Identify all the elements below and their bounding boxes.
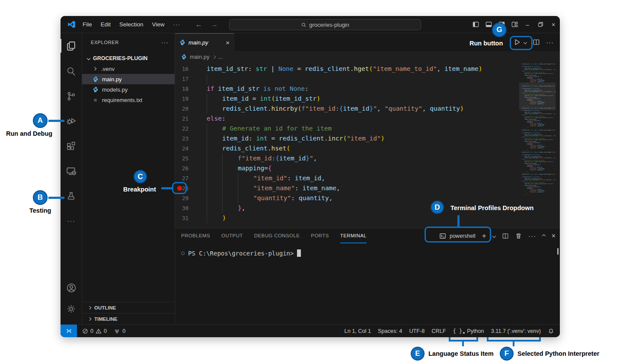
remote-icon <box>66 328 72 334</box>
problems-status[interactable]: 0 0 <box>79 328 110 334</box>
notifications-bell[interactable] <box>544 328 560 334</box>
indentation-status[interactable]: Spaces: 4 <box>374 328 406 334</box>
activity-extensions-button[interactable] <box>61 134 82 159</box>
minimap-slider[interactable] <box>519 83 556 110</box>
code-area[interactable]: 16item_id_str: str | None = redis_client… <box>175 64 517 228</box>
activity-search-button[interactable] <box>61 58 82 83</box>
code-line[interactable]: 17 <box>175 74 517 84</box>
close-panel-icon[interactable]: × <box>552 232 556 240</box>
annotation-box-breakpoint <box>172 182 187 194</box>
file-row-main-py[interactable]: main.py <box>82 74 175 84</box>
nav-forward-icon[interactable]: → <box>211 16 218 33</box>
breadcrumb[interactable]: main.py ... <box>175 51 560 63</box>
code-editor[interactable]: 16item_id_str: str | None = redis_client… <box>175 63 560 228</box>
tab-main-py[interactable]: main.py × <box>175 33 234 51</box>
code-line[interactable]: 22# Generate an id for the item <box>175 124 517 134</box>
activity-more-icon[interactable]: ··· <box>61 209 82 234</box>
tab-ports[interactable]: PORTS <box>311 228 329 243</box>
code-line[interactable]: 29"quantity": quantity, <box>175 193 517 203</box>
gutter[interactable]: 16 <box>175 64 191 74</box>
tab-output[interactable]: OUTPUT <box>221 228 243 243</box>
activity-explorer-button[interactable] <box>61 33 82 58</box>
code-line[interactable]: 31) <box>175 213 517 223</box>
terminal-content[interactable]: PS C:\Repos\groceries-plugin> <box>175 243 560 257</box>
tab-problems[interactable]: PROBLEMS <box>181 228 210 243</box>
code-line[interactable]: 18if item_id_str is not None: <box>175 84 517 94</box>
line-number: 29 <box>182 195 188 201</box>
nav-back-icon[interactable]: ← <box>195 16 202 33</box>
code-line[interactable]: 16item_id_str: str | None = redis_client… <box>175 64 517 74</box>
tab-close-icon[interactable]: × <box>226 39 230 46</box>
gutter[interactable]: 18 <box>175 84 191 94</box>
file-row-models-py[interactable]: models.py <box>82 84 175 95</box>
code-line[interactable]: 27"item_id": item_id, <box>175 173 517 183</box>
python-interpreter-status[interactable]: 3.11.7 ('.venv': venv) <box>488 328 544 334</box>
encoding-status[interactable]: UTF-8 <box>406 328 428 334</box>
warning-icon <box>96 328 102 334</box>
tab-terminal[interactable]: TERMINAL <box>340 228 367 243</box>
annotation-label-f: Selected Python Interpreter <box>517 350 599 357</box>
explorer-more-icon[interactable]: ··· <box>161 39 169 46</box>
ports-status[interactable]: 0 <box>110 328 129 334</box>
timeline-section[interactable]: TIMELINE <box>82 313 175 324</box>
activity-testing-button[interactable] <box>61 184 82 209</box>
code-line[interactable]: 21else: <box>175 114 517 124</box>
gutter[interactable]: 24 <box>175 144 191 153</box>
panel-more-icon[interactable]: ··· <box>528 232 536 239</box>
code-line[interactable]: 26mapping={ <box>175 163 517 173</box>
gutter[interactable]: 26 <box>175 163 191 173</box>
explorer-root-folder[interactable]: GROCERIES-PLUGIN <box>82 53 175 64</box>
gutter[interactable]: 22 <box>175 124 191 134</box>
command-center-search[interactable]: groceries-plugin <box>229 19 421 30</box>
split-editor-icon[interactable] <box>533 38 540 46</box>
gutter[interactable]: 20 <box>175 104 191 114</box>
code-line[interactable]: 23item_id: int = redis_client.incr("item… <box>175 134 517 144</box>
gutter[interactable]: 25 <box>175 153 191 163</box>
cursor-position-status[interactable]: Ln 1, Col 1 <box>341 328 374 334</box>
code-line[interactable]: 19item_id = int(item_id_str) <box>175 94 517 104</box>
gutter[interactable]: 29 <box>175 193 191 203</box>
restore-icon[interactable] <box>534 16 547 33</box>
gutter[interactable]: 31 <box>175 213 191 223</box>
panel-scrollbar[interactable] <box>557 248 559 255</box>
split-terminal-icon[interactable] <box>502 233 509 239</box>
gutter[interactable]: 17 <box>175 74 191 84</box>
outline-section[interactable]: OUTLINE <box>82 302 175 313</box>
gutter[interactable]: 21 <box>175 114 191 124</box>
timeline-label: TIMELINE <box>94 316 118 322</box>
menu-edit[interactable]: Edit <box>96 16 115 33</box>
menu-selection[interactable]: Selection <box>115 16 148 33</box>
toggle-primary-sidebar-icon[interactable] <box>469 16 482 33</box>
code-line[interactable]: 20redis_client.hincrby(f"item_id:{item_i… <box>175 104 517 114</box>
minimap[interactable]: item_id_str: str | None = redis_client.h… <box>519 64 556 226</box>
file-row-requirements-txt[interactable]: ≡ requirements.txt <box>82 95 175 105</box>
menu-file[interactable]: File <box>78 16 96 33</box>
gutter[interactable]: 30 <box>175 203 191 213</box>
account-button[interactable] <box>61 278 82 298</box>
gutter[interactable]: 23 <box>175 134 191 144</box>
line-number: 24 <box>182 145 188 152</box>
code-line[interactable]: 25f"item_id:{item_id}", <box>175 153 517 163</box>
editor-more-icon[interactable]: ··· <box>546 38 554 46</box>
close-window-icon[interactable]: × <box>547 16 560 33</box>
kill-terminal-trash-icon[interactable] <box>515 233 522 239</box>
gutter[interactable]: 19 <box>175 94 191 104</box>
minimize-icon[interactable]: – <box>521 16 534 33</box>
breadcrumb-file[interactable]: main.py <box>190 54 210 60</box>
tab-debug-console[interactable]: DEBUG CONSOLE <box>254 228 300 243</box>
maximize-panel-chevron-icon[interactable] <box>542 234 545 237</box>
menu-view[interactable]: View <box>148 16 169 33</box>
menu-more-icon[interactable]: ··· <box>169 16 185 33</box>
code-line[interactable]: 24redis_client.hset( <box>175 144 517 153</box>
customize-layout-icon[interactable] <box>508 16 521 33</box>
eol-status[interactable]: CRLF <box>428 328 449 334</box>
activity-remote-explorer-button[interactable] <box>61 159 82 184</box>
remote-indicator[interactable] <box>61 325 77 337</box>
terminal-profiles-chevron-icon[interactable] <box>492 234 495 237</box>
file-row-venv[interactable]: .venv <box>82 64 175 74</box>
breadcrumb-symbol[interactable]: ... <box>218 54 223 60</box>
language-status-item[interactable]: { } Python <box>449 328 487 334</box>
activity-source-control-button[interactable] <box>61 83 82 109</box>
manage-gear-button[interactable] <box>61 298 82 319</box>
code-line[interactable]: 28"item_name": item_name, <box>175 183 517 193</box>
